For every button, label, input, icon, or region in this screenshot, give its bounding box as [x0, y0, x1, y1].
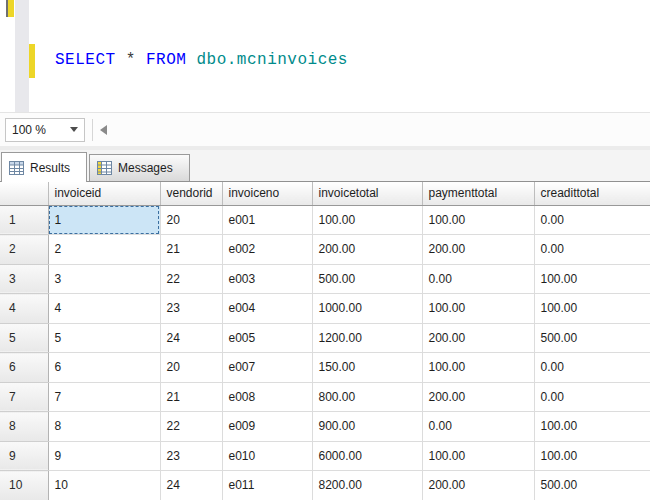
grid-cell[interactable]: 1200.00	[312, 323, 422, 353]
grid-cell[interactable]: 0.00	[422, 264, 534, 294]
grid-cell[interactable]: 6000.00	[312, 441, 422, 471]
grid-cell[interactable]: 2	[48, 235, 160, 265]
grid-cell[interactable]: 24	[160, 471, 222, 500]
grid-cell[interactable]: 4	[48, 294, 160, 324]
editor-indicator-margin	[15, 0, 29, 112]
query-editor[interactable]: SELECT * FROM dbo.mcninvoices	[0, 0, 650, 112]
results-tabstrip: ResultsMessages	[0, 150, 650, 182]
tab-messages[interactable]: Messages	[89, 154, 190, 181]
grid-cell[interactable]: 0.00	[534, 353, 650, 383]
grid-cell[interactable]: 9	[48, 441, 160, 471]
grid-cell[interactable]: 0.00	[422, 412, 534, 442]
table-row: 1120e001100.00100.000.00	[0, 205, 650, 235]
grid-cell[interactable]: 23	[160, 294, 222, 324]
grid-cell[interactable]: 21	[160, 382, 222, 412]
grid-cell[interactable]: e009	[222, 412, 312, 442]
grid-cell[interactable]: e010	[222, 441, 312, 471]
results-grid: invoiceidvendoridinvoicenoinvoicetotalpa…	[0, 182, 650, 500]
zoom-combobox[interactable]: 100 %	[5, 118, 85, 142]
grid-cell[interactable]: 21	[160, 235, 222, 265]
grid-cell[interactable]: e007	[222, 353, 312, 383]
grid-cell[interactable]: e001	[222, 205, 312, 235]
grid-cell[interactable]: 8200.00	[312, 471, 422, 500]
grid-cell[interactable]: 0.00	[534, 205, 650, 235]
sql-token-keyword: FROM	[146, 51, 186, 69]
grid-cell[interactable]: 100.00	[422, 441, 534, 471]
sql-query-text[interactable]: SELECT * FROM dbo.mcninvoices	[55, 51, 348, 69]
column-header-vendorid[interactable]: vendorid	[160, 182, 222, 205]
column-header-invoiceno[interactable]: invoiceno	[222, 182, 312, 205]
grid-cell[interactable]: 500.00	[312, 264, 422, 294]
grid-cell[interactable]: 100.00	[422, 353, 534, 383]
column-header-creadittotal[interactable]: creadittotal	[534, 182, 650, 205]
row-header-1[interactable]: 1	[0, 205, 48, 235]
grid-cell[interactable]: 22	[160, 412, 222, 442]
grid-cell[interactable]: 7	[48, 382, 160, 412]
ssms-query-window: SELECT * FROM dbo.mcninvoices 100 % Resu…	[0, 0, 650, 500]
grid-cell[interactable]: 8	[48, 412, 160, 442]
grid-cell[interactable]: 200.00	[312, 235, 422, 265]
grid-cell[interactable]: e003	[222, 264, 312, 294]
grid-cell[interactable]: 100.00	[312, 205, 422, 235]
grid-cell[interactable]: 0.00	[534, 235, 650, 265]
grid-cell-selected[interactable]: 1	[48, 205, 160, 235]
grid-cell[interactable]: 100.00	[534, 294, 650, 324]
grid-cell[interactable]: 20	[160, 353, 222, 383]
grid-cell[interactable]: 0.00	[534, 382, 650, 412]
grid-cell[interactable]: 1000.00	[312, 294, 422, 324]
row-header-5[interactable]: 5	[0, 323, 48, 353]
change-tracking-bar	[8, 0, 14, 17]
grid-header-row: invoiceidvendoridinvoicenoinvoicetotalpa…	[0, 182, 650, 205]
separator	[92, 119, 93, 141]
table-row: 7721e008800.00200.000.00	[0, 382, 650, 412]
grid-cell[interactable]: 10	[48, 471, 160, 500]
grid-cell[interactable]: 3	[48, 264, 160, 294]
grid-cell[interactable]: e004	[222, 294, 312, 324]
grid-cell[interactable]: e008	[222, 382, 312, 412]
scroll-left-icon[interactable]	[100, 125, 107, 135]
grid-cell[interactable]: 100.00	[534, 441, 650, 471]
grid-cell[interactable]: 500.00	[534, 471, 650, 500]
tab-results[interactable]: Results	[1, 152, 87, 182]
grid-cell[interactable]: 24	[160, 323, 222, 353]
grid-cell[interactable]: 200.00	[422, 382, 534, 412]
row-header-3[interactable]: 3	[0, 264, 48, 294]
grid-cell[interactable]: e011	[222, 471, 312, 500]
row-header-10[interactable]: 10	[0, 471, 48, 500]
grid-cell[interactable]: 200.00	[422, 235, 534, 265]
grid-cell[interactable]: 100.00	[422, 205, 534, 235]
grid-cell[interactable]: 200.00	[422, 471, 534, 500]
row-header-7[interactable]: 7	[0, 382, 48, 412]
grid-cell[interactable]: 800.00	[312, 382, 422, 412]
grid-corner-header[interactable]	[0, 182, 48, 205]
column-header-invoicetotal[interactable]: invoicetotal	[312, 182, 422, 205]
grid-cell[interactable]: 100.00	[534, 412, 650, 442]
zoom-dropdown-icon[interactable]	[70, 127, 78, 132]
grid-cell[interactable]: 5	[48, 323, 160, 353]
grid-cell[interactable]: 100.00	[534, 264, 650, 294]
grid-cell[interactable]: 6	[48, 353, 160, 383]
grid-cell[interactable]: e002	[222, 235, 312, 265]
column-header-paymenttotal[interactable]: paymenttotal	[422, 182, 534, 205]
grid-cell[interactable]: 150.00	[312, 353, 422, 383]
row-header-6[interactable]: 6	[0, 353, 48, 383]
row-header-9[interactable]: 9	[0, 441, 48, 471]
table-row: 9923e0106000.00100.00100.00	[0, 441, 650, 471]
grid-cell[interactable]: 22	[160, 264, 222, 294]
grid-cell[interactable]: e005	[222, 323, 312, 353]
grid-cell[interactable]: 200.00	[422, 323, 534, 353]
grid-cell[interactable]: 500.00	[534, 323, 650, 353]
table-row: 6620e007150.00100.000.00	[0, 353, 650, 383]
table-row: 3322e003500.000.00100.00	[0, 264, 650, 294]
row-header-8[interactable]: 8	[0, 412, 48, 442]
column-header-invoiceid[interactable]: invoiceid	[48, 182, 160, 205]
row-header-4[interactable]: 4	[0, 294, 48, 324]
change-tracking-bar	[29, 44, 35, 78]
messages-icon	[97, 161, 112, 175]
grid-cell[interactable]: 20	[160, 205, 222, 235]
row-header-2[interactable]: 2	[0, 235, 48, 265]
grid-cell[interactable]: 100.00	[422, 294, 534, 324]
grid-cell[interactable]: 23	[160, 441, 222, 471]
results-grid-icon	[9, 161, 24, 175]
grid-cell[interactable]: 900.00	[312, 412, 422, 442]
